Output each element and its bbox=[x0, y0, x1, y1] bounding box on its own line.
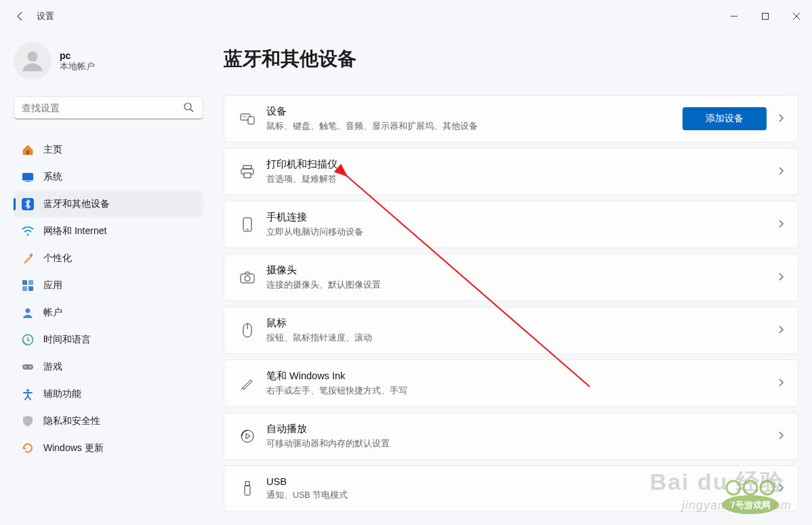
chevron-right-icon bbox=[777, 166, 784, 178]
svg-rect-30 bbox=[241, 274, 254, 283]
camera-icon bbox=[238, 271, 257, 284]
nav-label: 帐户 bbox=[43, 307, 62, 319]
usb-icon bbox=[238, 481, 257, 496]
svg-point-23 bbox=[243, 116, 244, 117]
card-title: 摄像头 bbox=[266, 264, 777, 277]
maximize-button[interactable] bbox=[750, 5, 781, 27]
clock-icon bbox=[22, 334, 34, 346]
svg-rect-12 bbox=[28, 280, 33, 285]
avatar bbox=[14, 42, 52, 80]
svg-point-9 bbox=[26, 233, 28, 235]
autoplay-icon bbox=[238, 429, 257, 444]
bluetooth-icon bbox=[22, 198, 34, 210]
card-sub: 右手或左手、笔按钮快捷方式、手写 bbox=[266, 385, 777, 397]
search-input[interactable] bbox=[14, 96, 203, 119]
app-title: 设置 bbox=[37, 11, 54, 22]
svg-point-2 bbox=[28, 52, 38, 62]
card-sub: 连接的摄像头、默认图像设置 bbox=[266, 279, 777, 291]
gamepad-icon bbox=[22, 363, 34, 371]
nav-label: 网络和 Internet bbox=[43, 225, 106, 237]
chevron-right-icon bbox=[777, 325, 784, 336]
card-sub: 可移动驱动器和内存的默认设置 bbox=[266, 438, 777, 450]
nav-accessibility[interactable]: 辅助功能 bbox=[14, 381, 203, 407]
arrow-left-icon bbox=[15, 11, 26, 22]
chevron-right-icon bbox=[777, 483, 784, 494]
page-title: 蓝牙和其他设备 bbox=[224, 46, 798, 72]
search-icon bbox=[183, 102, 194, 115]
nav-account[interactable]: 帐户 bbox=[14, 300, 203, 326]
svg-point-15 bbox=[26, 309, 31, 313]
user-account[interactable]: pc 本地帐户 bbox=[14, 42, 203, 80]
chevron-right-icon bbox=[777, 431, 784, 442]
card-mouse[interactable]: 鼠标 按钮、鼠标指针速度、滚动 bbox=[224, 307, 798, 354]
card-pen[interactable]: 笔和 Windows Ink 右手或左手、笔按钮快捷方式、手写 bbox=[224, 359, 798, 407]
wifi-icon bbox=[22, 227, 34, 236]
back-button[interactable] bbox=[7, 3, 34, 30]
user-sub: 本地帐户 bbox=[60, 61, 95, 73]
svg-rect-5 bbox=[26, 151, 29, 155]
minimize-icon bbox=[730, 12, 738, 20]
chevron-right-icon bbox=[777, 113, 784, 125]
add-device-button[interactable]: 添加设备 bbox=[683, 107, 767, 130]
nav-label: 应用 bbox=[43, 279, 62, 292]
nav-privacy[interactable]: 隐私和安全性 bbox=[14, 408, 203, 434]
nav-bluetooth[interactable]: 蓝牙和其他设备 bbox=[14, 191, 203, 217]
svg-rect-7 bbox=[25, 181, 31, 182]
mouse-icon bbox=[238, 323, 257, 338]
nav-label: 辅助功能 bbox=[43, 388, 81, 400]
user-icon bbox=[19, 47, 46, 75]
svg-line-4 bbox=[190, 109, 193, 112]
minimize-button[interactable] bbox=[718, 5, 750, 27]
account-icon bbox=[22, 307, 34, 319]
phone-icon bbox=[238, 217, 257, 232]
card-sub: 立即从电脑访问移动设备 bbox=[266, 227, 777, 238]
maximize-icon bbox=[761, 12, 769, 20]
brush-icon bbox=[22, 252, 34, 265]
card-camera[interactable]: 摄像头 连接的摄像头、默认图像设置 bbox=[224, 254, 798, 301]
nav-personalize[interactable]: 个性化 bbox=[14, 246, 203, 271]
card-autoplay[interactable]: 自动播放 可移动驱动器和内存的默认设置 bbox=[224, 412, 798, 460]
nav-system[interactable]: 系统 bbox=[14, 164, 203, 190]
nav-label: 个性化 bbox=[43, 252, 72, 265]
card-sub: 鼠标、键盘、触笔、音频、显示器和扩展坞、其他设备 bbox=[266, 121, 683, 132]
card-phone[interactable]: 手机连接 立即从电脑访问移动设备 bbox=[224, 201, 798, 248]
nav-label: 系统 bbox=[43, 171, 62, 183]
nav-label: 时间和语言 bbox=[43, 334, 91, 346]
svg-point-18 bbox=[24, 366, 26, 368]
svg-point-20 bbox=[26, 389, 29, 392]
card-usb[interactable]: USB 通知、USB 节电模式 bbox=[224, 465, 798, 511]
card-sub: 首选项、疑难解答 bbox=[266, 174, 777, 185]
card-title: 手机连接 bbox=[266, 211, 777, 224]
card-devices[interactable]: 设备 鼠标、键盘、触笔、音频、显示器和扩展坞、其他设备 添加设备 bbox=[224, 95, 798, 142]
svg-rect-6 bbox=[22, 173, 33, 180]
svg-rect-1 bbox=[763, 14, 769, 20]
svg-point-24 bbox=[245, 116, 246, 117]
svg-point-3 bbox=[184, 103, 191, 110]
search-wrap bbox=[14, 96, 203, 119]
nav-label: 蓝牙和其他设备 bbox=[43, 198, 110, 210]
nav-gaming[interactable]: 游戏 bbox=[14, 354, 203, 380]
nav-label: 主页 bbox=[43, 144, 62, 156]
card-printers[interactable]: 打印机和扫描仪 首选项、疑难解答 bbox=[224, 148, 798, 195]
card-title: 自动播放 bbox=[266, 423, 777, 435]
nav: 主页 系统 蓝牙和其他设备 网络和 Internet 个性化 应用 bbox=[14, 137, 203, 461]
nav-home[interactable]: 主页 bbox=[14, 137, 203, 163]
nav-update[interactable]: Windows 更新 bbox=[14, 435, 203, 461]
svg-rect-27 bbox=[244, 173, 251, 178]
svg-rect-11 bbox=[22, 280, 27, 285]
close-button[interactable] bbox=[781, 5, 812, 27]
svg-rect-25 bbox=[243, 166, 251, 169]
devices-icon bbox=[238, 113, 257, 125]
nav-apps[interactable]: 应用 bbox=[14, 273, 203, 298]
main-content: 蓝牙和其他设备 设备 鼠标、键盘、触笔、音频、显示器和扩展坞、其他设备 添加设备… bbox=[210, 33, 812, 525]
system-icon bbox=[22, 172, 34, 182]
svg-rect-17 bbox=[22, 364, 33, 370]
shield-icon bbox=[22, 415, 34, 427]
apps-icon bbox=[22, 279, 34, 292]
nav-timelang[interactable]: 时间和语言 bbox=[14, 327, 203, 353]
svg-rect-36 bbox=[245, 486, 250, 495]
nav-network[interactable]: 网络和 Internet bbox=[14, 218, 203, 244]
chevron-right-icon bbox=[777, 378, 784, 389]
svg-rect-14 bbox=[28, 286, 33, 291]
svg-point-31 bbox=[245, 276, 250, 281]
